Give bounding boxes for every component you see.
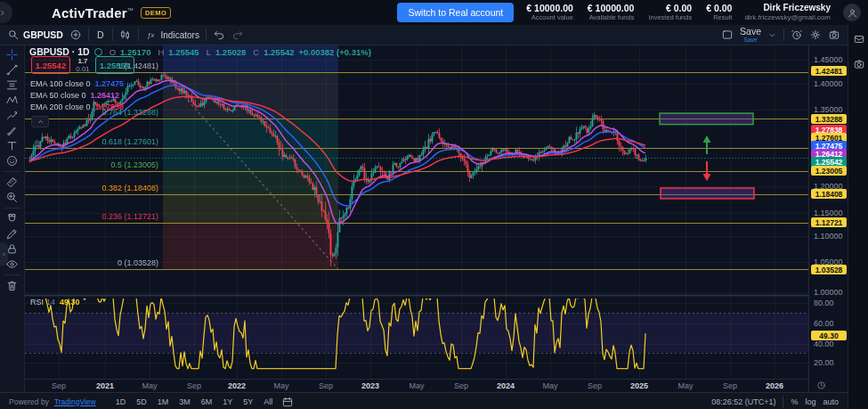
time-axis-label: Sep: [52, 381, 66, 390]
envelope-icon[interactable]: [853, 33, 865, 45]
price-badge: 1.03528: [811, 265, 847, 274]
price-scale[interactable]: 1.450001.400001.350001.200001.150001.100…: [808, 45, 848, 392]
range-3m-button[interactable]: 3M: [175, 396, 194, 408]
range-6m-button[interactable]: 6M: [198, 396, 216, 408]
settings-gear-icon[interactable]: [809, 29, 822, 41]
range-5y-button[interactable]: 5Y: [239, 396, 256, 408]
time-axis-label: 2025: [630, 381, 648, 390]
range-1y-button[interactable]: 1Y: [219, 396, 236, 408]
avatar[interactable]: [843, 4, 861, 21]
indicators-button[interactable]: ƒx Indicators: [145, 29, 199, 41]
go-to-date-calendar-icon[interactable]: [281, 396, 294, 408]
ema-200-legend: EMA 200 close 01.27838: [30, 102, 124, 111]
session-clock[interactable]: 08:26:52 (UTC+1): [711, 397, 775, 406]
interval-button[interactable]: D: [95, 29, 106, 40]
range-5d-button[interactable]: 5D: [133, 396, 150, 408]
bottom-bar: Powered by TradingView 1D5D1M3M6M1Y5YAll…: [0, 392, 848, 409]
user-icon: [847, 7, 858, 19]
text-tool[interactable]: [2, 138, 23, 153]
price-axis-label: 40.00: [814, 339, 834, 348]
compare-add-icon[interactable]: [69, 29, 82, 41]
forecast-tool[interactable]: [2, 108, 23, 123]
xabcd-pattern-tool[interactable]: [2, 93, 23, 108]
close-value: 1.25542: [264, 47, 294, 57]
symbol-label: GBPUSD: [23, 29, 63, 40]
time-axis-label: Sep: [187, 381, 201, 390]
stat-available-funds: € 10000.00Available funds: [588, 4, 635, 21]
price-badge: 1.18408: [811, 189, 847, 199]
price-badge: 1.33288: [811, 114, 847, 124]
crosshair-tool[interactable]: [2, 47, 23, 62]
chart-toolbar: GBPUSD D ƒx Indicators Save Save: [0, 25, 848, 45]
price-badge: 1.23005: [811, 166, 847, 176]
measure-tool[interactable]: [2, 175, 23, 190]
time-axis-label: Sep: [588, 381, 602, 390]
sell-button[interactable]: 1.25542: [31, 56, 70, 74]
timezone-clock-icon[interactable]: [816, 380, 826, 390]
ema-50-legend: EMA 50 close 01.26412: [30, 91, 119, 100]
right-icon-strip: [848, 25, 868, 409]
percent-scale-toggle[interactable]: %: [791, 397, 798, 406]
news-camera-icon[interactable]: [853, 58, 865, 70]
buy-button[interactable]: 1.25559: [95, 56, 134, 74]
svg-text:ƒx: ƒx: [147, 31, 155, 39]
low-label: L: [207, 47, 211, 57]
magnet-tool[interactable]: [2, 211, 23, 226]
stat-invested-funds: € 0.00Invested funds: [648, 4, 692, 21]
layout-icon[interactable]: [721, 29, 734, 41]
expand-panel-button[interactable]: [0, 2, 12, 23]
fib-retracement-tool[interactable]: [2, 78, 23, 93]
tradingview-link[interactable]: TradingView: [54, 397, 96, 406]
trend-line-tool[interactable]: [2, 62, 23, 78]
alert-clock-icon[interactable]: [791, 29, 803, 41]
price-axis-label: 80.00: [814, 299, 834, 307]
log-scale-toggle[interactable]: log: [805, 397, 815, 406]
redo-icon[interactable]: [231, 29, 244, 41]
left-panel-collapse-handle[interactable]: ›: [0, 242, 8, 266]
high-label: H: [158, 47, 164, 57]
range-all-button[interactable]: All: [260, 396, 276, 408]
powered-by-label: Powered by: [9, 397, 49, 406]
drawing-toolbar: [0, 45, 25, 392]
chevron-right-icon: [0, 8, 7, 18]
price-axis-label: 20.00: [814, 358, 834, 367]
drawing-mode-tool[interactable]: [2, 226, 23, 241]
remove-drawings-tool[interactable]: [2, 278, 23, 293]
undo-icon[interactable]: [213, 29, 225, 41]
snapshot-camera-icon[interactable]: [828, 29, 840, 41]
time-axis-label: May: [273, 381, 288, 390]
brush-tool[interactable]: [2, 123, 23, 138]
legend-collapse-button[interactable]: [31, 116, 49, 127]
price-axis-label: 60.00: [814, 319, 834, 328]
fx-icon: ƒx: [145, 29, 158, 41]
market-open-dot-icon: [94, 48, 102, 56]
price-axis-label: 1.15000: [814, 209, 843, 217]
range-1d-button[interactable]: 1D: [112, 396, 130, 408]
chart-type-candles-icon[interactable]: [119, 29, 132, 41]
zoom-in-tool[interactable]: [2, 190, 23, 205]
spread-info: 1.7 0.01: [73, 56, 93, 74]
open-label: O: [110, 47, 116, 57]
symbol-search[interactable]: GBPUSD: [7, 29, 63, 41]
price-axis-label: 1.45000: [814, 55, 843, 64]
save-menu-caret-icon[interactable]: [767, 30, 777, 40]
save-button[interactable]: Save Save: [740, 27, 761, 43]
price-badge: 49.30: [811, 331, 847, 340]
time-axis-label: May: [142, 381, 157, 390]
time-axis[interactable]: Sep2021MaySep2022MaySep2023MaySep2024May…: [25, 379, 808, 393]
time-axis-label: 2026: [766, 381, 783, 390]
emoji-tool[interactable]: [2, 153, 23, 168]
time-axis-label: May: [409, 381, 424, 390]
change-value: +0.00382 (+0.31%): [299, 47, 371, 57]
range-buttons: 1D5D1M3M6M1Y5YAll: [112, 396, 277, 408]
auto-scale-toggle[interactable]: auto: [823, 397, 839, 406]
chevron-up-icon: [36, 117, 45, 127]
chart-area[interactable]: GBPUSD · 1D O1.25170 H1.25545 L1.25028 C…: [25, 45, 808, 392]
time-axis-label: 2022: [228, 381, 246, 390]
range-1m-button[interactable]: 1M: [154, 396, 173, 408]
fib-level-label: 0.618 (1.27601): [25, 137, 158, 146]
switch-to-real-account-button[interactable]: Switch to Real account: [397, 3, 514, 22]
order-widget: 1.25542 1.7 0.01 1.25559: [31, 56, 134, 74]
open-value: 1.25170: [120, 47, 150, 57]
user-info: Dirk Friczewsky dirk.friczewsky@gmail.co…: [744, 3, 831, 22]
